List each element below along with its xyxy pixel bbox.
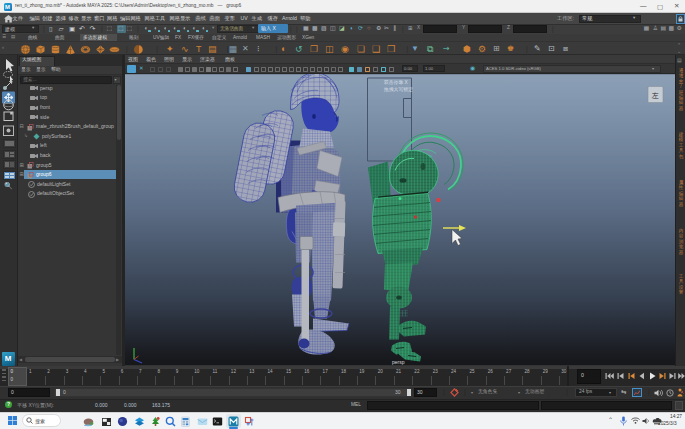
svg-text:左: 左 [652, 91, 659, 98]
svg-text:persp: persp [392, 359, 405, 365]
svg-text:拖拽大写锁定: 拖拽大写锁定 [383, 86, 413, 93]
